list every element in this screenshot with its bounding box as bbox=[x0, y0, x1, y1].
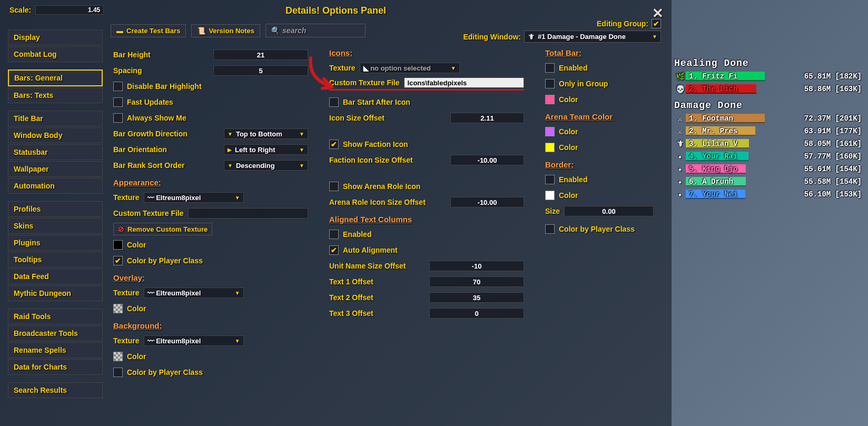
sidebar-item[interactable]: Rename Spells bbox=[8, 342, 103, 358]
border-head: Border: bbox=[545, 160, 661, 169]
unit-name-offset-input[interactable]: -10 bbox=[429, 261, 524, 271]
growth-dropdown[interactable]: ▼Top to Bottom▼ bbox=[224, 128, 308, 139]
appearance-custom-file-input[interactable] bbox=[188, 208, 308, 219]
editing-block: Editing Group: ✔ Editing Window: 🗡 #1 Da… bbox=[463, 19, 661, 45]
border-colorbyclass-checkbox[interactable] bbox=[545, 224, 555, 234]
sidebar-item[interactable]: Broadcaster Tools bbox=[8, 325, 103, 341]
editing-window-dropdown[interactable]: 🗡 #1 Damage - Damage Done ▼ bbox=[524, 31, 661, 43]
tb-group-checkbox[interactable] bbox=[545, 79, 555, 88]
sidebar: DisplayCombat LogBars: GeneralBars: Text… bbox=[8, 29, 103, 405]
bar-height-input[interactable]: 21 bbox=[213, 49, 308, 60]
meter-bar[interactable]: ✦6. A Drunh55.58M [154K] bbox=[674, 176, 864, 187]
overlay-head: Overlay: bbox=[113, 273, 308, 282]
sidebar-item[interactable]: Wallpaper bbox=[8, 161, 103, 177]
sort-order-dropdown[interactable]: ▼Descending▼ bbox=[224, 160, 308, 171]
appearance-color-swatch[interactable] bbox=[113, 240, 123, 250]
sidebar-item[interactable]: Automation bbox=[8, 178, 103, 194]
overlay-texture-dropdown[interactable]: 〰 Eltreum8pixel▼ bbox=[144, 288, 244, 298]
sidebar-item[interactable]: Search Results bbox=[8, 382, 103, 398]
topbar: ▬ Create Test Bars 📜 Version Notes 🔍 sea… bbox=[111, 24, 366, 37]
meter-bar[interactable]: ✦5. King Djo55.61M [154K] bbox=[674, 163, 864, 175]
meter-bar[interactable]: ⚔2. Mr. Pres63.91M [177K] bbox=[674, 125, 864, 137]
show-arena-checkbox[interactable] bbox=[329, 182, 339, 191]
meter-bar[interactable]: ⚔1. Footman72.37M [201K] bbox=[674, 113, 864, 124]
total-bar-head: Total Bar: bbox=[545, 48, 661, 57]
sidebar-item[interactable]: Bars: General bbox=[8, 70, 103, 86]
tb-color-swatch[interactable] bbox=[545, 95, 555, 104]
meter-bar[interactable]: ✦4. Your Rai57.77M [160K] bbox=[674, 151, 864, 162]
border-enabled-checkbox[interactable] bbox=[545, 175, 555, 184]
spacing-input[interactable]: 5 bbox=[213, 65, 308, 76]
fast-updates-checkbox[interactable] bbox=[113, 97, 123, 107]
meter-bar[interactable]: 💀2. The Lich58.86M [163K] bbox=[674, 83, 864, 95]
icons-head: Icons: bbox=[329, 48, 524, 57]
class-icon: 🗡 bbox=[674, 138, 686, 150]
sidebar-item[interactable]: Window Body bbox=[8, 127, 103, 143]
meter-windows: Healing Done 🌿1. Fritz Fi65.81M [182K]💀2… bbox=[674, 53, 864, 201]
background-color-swatch[interactable] bbox=[113, 352, 123, 361]
tb-enabled-checkbox[interactable] bbox=[545, 63, 555, 73]
sidebar-item[interactable]: Combat Log bbox=[8, 46, 103, 62]
sidebar-item[interactable]: Skins bbox=[8, 218, 103, 234]
always-show-me-checkbox[interactable] bbox=[113, 113, 123, 123]
scale-slider[interactable]: 1.45 bbox=[35, 5, 104, 15]
sidebar-item[interactable]: Title Bar bbox=[8, 111, 103, 126]
sidebar-item[interactable]: Profiles bbox=[8, 201, 103, 217]
spacing-label: Spacing bbox=[113, 66, 142, 75]
meter-bar[interactable]: 🌿1. Fritz Fi65.81M [182K] bbox=[674, 71, 864, 82]
text3-offset-input[interactable]: 0 bbox=[429, 308, 524, 319]
arena-offset-input[interactable]: -10.00 bbox=[450, 197, 524, 207]
search-icon: 🔍 bbox=[270, 26, 279, 35]
sidebar-item[interactable]: Statusbar bbox=[8, 144, 103, 160]
meter-bar[interactable]: 🗡3. Lilian V58.05M [161K] bbox=[674, 138, 864, 150]
sword-icon: 🗡 bbox=[528, 33, 535, 41]
show-faction-checkbox[interactable]: ✔ bbox=[329, 140, 339, 149]
sidebar-item[interactable]: Plugins bbox=[8, 235, 103, 251]
scroll-icon: 📜 bbox=[197, 27, 205, 35]
arena-color2-swatch[interactable] bbox=[545, 143, 555, 152]
atc-enabled-checkbox[interactable] bbox=[329, 230, 339, 239]
sidebar-item[interactable]: Data for Charts bbox=[8, 359, 103, 375]
background-texture-dropdown[interactable]: 〰 Eltreum8pixel▼ bbox=[144, 335, 244, 346]
search-input[interactable]: 🔍 search bbox=[265, 24, 366, 37]
sidebar-item[interactable]: Data Feed bbox=[8, 269, 103, 284]
appearance-head: Appearance: bbox=[113, 178, 308, 187]
disable-highlight-checkbox[interactable] bbox=[113, 82, 123, 91]
icons-texture-dropdown[interactable]: ◣ no option selected▼ bbox=[360, 63, 460, 73]
class-icon: 💀 bbox=[674, 83, 686, 95]
atc-head: Aligned Text Columns bbox=[329, 215, 524, 224]
text1-offset-input[interactable]: 70 bbox=[429, 276, 524, 287]
editing-group-label: Editing Group: bbox=[597, 19, 648, 28]
atc-auto-checkbox[interactable]: ✔ bbox=[329, 245, 339, 255]
create-test-bars-button[interactable]: ▬ Create Test Bars bbox=[111, 24, 186, 37]
custom-texture-file-input[interactable]: Icons\fabledpixels bbox=[404, 77, 524, 88]
overlay-color-swatch[interactable] bbox=[113, 304, 123, 313]
sidebar-item[interactable]: Tooltips bbox=[8, 252, 103, 268]
arena-team-head: Arena Team Color bbox=[545, 112, 661, 121]
appearance-texture-dropdown[interactable]: 〰 Eltreum8pixel▼ bbox=[144, 192, 244, 203]
bars-icon: ▬ bbox=[116, 27, 123, 35]
sidebar-item[interactable]: Mythic Dungeon bbox=[8, 285, 103, 301]
class-icon: 🌿 bbox=[674, 71, 686, 82]
editing-group-checkbox[interactable]: ✔ bbox=[652, 19, 661, 28]
icon-size-offset-input[interactable]: 2.11 bbox=[450, 113, 524, 123]
bar-start-after-icon-checkbox[interactable] bbox=[329, 97, 339, 107]
background-colorbyclass-checkbox[interactable] bbox=[113, 368, 123, 377]
border-size-input[interactable]: 0.00 bbox=[564, 206, 654, 216]
appearance-colorbyclass-checkbox[interactable]: ✔ bbox=[113, 256, 123, 265]
arena-color1-swatch[interactable] bbox=[545, 127, 555, 136]
sidebar-item[interactable]: Bars: Texts bbox=[8, 87, 103, 103]
border-color-swatch[interactable] bbox=[545, 191, 555, 200]
meter-bar[interactable]: ✦7. Your Nei56.10M [153K] bbox=[674, 189, 864, 200]
orientation-dropdown[interactable]: ▶Left to Right▼ bbox=[224, 144, 308, 155]
sidebar-item[interactable]: Raid Tools bbox=[8, 309, 103, 324]
scale-row: Scale: 1.45 bbox=[9, 5, 104, 15]
class-icon: ✦ bbox=[674, 189, 686, 200]
class-icon: ✦ bbox=[674, 176, 686, 187]
text2-offset-input[interactable]: 35 bbox=[429, 292, 524, 303]
remove-custom-texture-button[interactable]: ⊘ Remove Custom Texture bbox=[113, 223, 212, 235]
sidebar-item[interactable]: Display bbox=[8, 29, 103, 45]
faction-offset-input[interactable]: -10.00 bbox=[450, 155, 524, 165]
forbid-icon: ⊘ bbox=[118, 225, 124, 233]
version-notes-button[interactable]: 📜 Version Notes bbox=[191, 24, 260, 37]
